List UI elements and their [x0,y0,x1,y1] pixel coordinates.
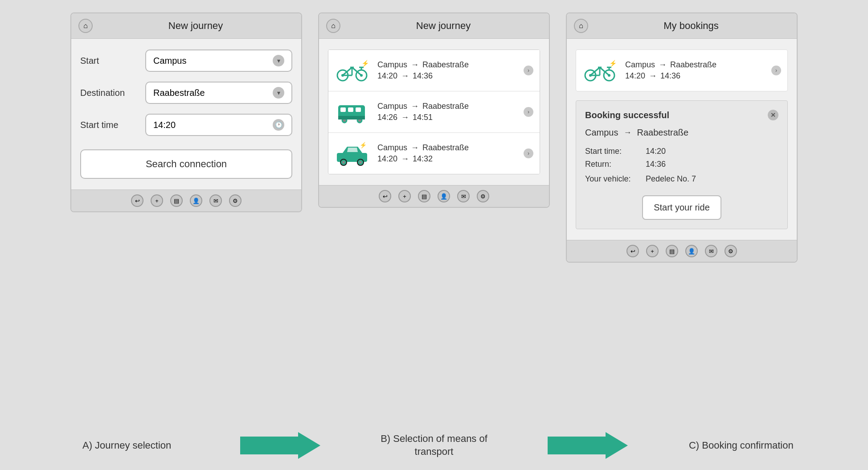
booking-card-close-button[interactable]: ✕ [768,110,778,120]
footer-menu-icon-c[interactable]: ▤ [666,245,678,257]
destination-value: Raabestraße [153,88,205,98]
booking-vehicle-row: Your vehicle: Pedelec No. 7 [585,174,778,184]
transport-list: ⚡ Campus → Raabestraße 14:20 → [328,49,540,174]
home-icon-b[interactable]: ⌂ [326,19,340,33]
transport-item-bike[interactable]: ⚡ Campus → Raabestraße 14:20 → [328,50,540,91]
home-icon-c[interactable]: ⌂ [574,19,588,33]
footer-back-icon-c[interactable]: ↩ [626,245,639,257]
start-select[interactable]: Campus ▾ [145,49,292,72]
screen-c-header: ⌂ My bookings [567,13,797,39]
start-label: Start [80,56,138,66]
booking-starttime-label: Start time: [585,147,639,156]
arrow-bc-icon [548,432,628,459]
bus-route-info: Campus → Raabestraße 14:26 → 14:51 [370,102,524,122]
booking-card-to: Raabestraße [637,128,688,138]
bike-arrow: → [411,60,419,70]
booking-starttime-value: 14:20 [646,147,666,156]
footer-menu-icon-a[interactable]: ▤ [170,194,183,207]
footer-add-icon-c[interactable]: + [646,245,659,257]
car-route-info: Campus → Raabestraße 14:20 → 14:32 [370,143,524,164]
start-value: Campus [153,56,186,66]
car-dep: 14:20 [377,154,397,164]
starttime-label: Start time [80,120,138,130]
svg-rect-15 [356,107,361,112]
screen-b-footer: ↩ + ▤ 👤 ✉ ⚙ [319,185,549,207]
footer-back-icon-b[interactable]: ↩ [379,190,391,202]
screen-c-body: ⚡ Campus → Raabestraße 14:20 → 14:36 [567,39,797,240]
label-b-section: B) Selection of means of transport [320,433,547,458]
footer-mail-icon-a[interactable]: ✉ [209,194,222,207]
booking-header-route-info: Campus → Raabestraße 14:20 → 14:36 [618,60,771,81]
destination-chevron-icon: ▾ [273,87,284,99]
screen-a-title: New journey [97,20,294,32]
booking-header-route: Campus → Raabestraße [625,60,771,70]
booking-card-from: Campus [585,128,618,138]
screen-a: ⌂ New journey Start Campus ▾ Destination… [70,12,302,212]
booking-header-arrow: → [659,60,667,70]
screen-b: ⌂ New journey [318,12,550,208]
destination-select[interactable]: Raabestraße ▾ [145,82,292,104]
label-a-section: A) Journey selection [13,439,240,452]
screen-a-header: ⌂ New journey [71,13,301,39]
bus-icon [335,99,370,125]
footer-mail-icon-b[interactable]: ✉ [457,190,470,202]
footer-back-icon-a[interactable]: ↩ [131,194,143,207]
bike-chevron-right-icon: › [524,66,533,75]
booking-card-arrow: → [623,128,631,137]
svg-text:⚡: ⚡ [360,141,367,149]
starttime-clock-icon: 🕐 [273,119,284,131]
destination-label: Destination [80,88,138,98]
footer-settings-icon-a[interactable]: ⚙ [229,194,242,207]
footer-settings-icon-c[interactable]: ⚙ [725,245,737,257]
footer-settings-icon-b[interactable]: ⚙ [477,190,489,202]
bottom-labels-row: A) Journey selection B) Selection of mea… [0,421,868,470]
bike-route: Campus → Raabestraße [377,60,524,70]
footer-mail-icon-c[interactable]: ✉ [705,245,717,257]
bus-arrow: → [411,102,419,111]
booking-return-row: Return: 14:36 [585,160,778,169]
booking-header-arr: 14:36 [660,71,680,81]
home-icon-a[interactable]: ⌂ [78,19,93,33]
arrow-ab-head [298,432,320,459]
bike-from: Campus [377,60,407,70]
car-icon: ⚡ [335,140,370,167]
screen-a-footer: ↩ + ▤ 👤 ✉ ⚙ [71,190,301,211]
booking-starttime-row: Start time: 14:20 [585,147,778,156]
transport-item-bus[interactable]: Campus → Raabestraße 14:26 → 14:51 › [328,91,540,133]
bus-dep: 14:26 [377,113,397,122]
bike-dep: 14:20 [377,71,397,81]
screen-b-title: New journey [345,20,542,32]
label-c-section: C) Booking confirmation [628,439,855,452]
main-wrapper: ⌂ New journey Start Campus ▾ Destination… [0,0,868,470]
footer-add-icon-a[interactable]: + [151,194,163,207]
booking-header-from: Campus [625,60,655,70]
bike-icon: ⚡ [335,57,370,84]
label-c: C) Booking confirmation [689,439,794,452]
search-connection-button[interactable]: Search connection [80,149,292,179]
car-from: Campus [377,143,407,153]
screen-c-title: My bookings [593,20,790,32]
booking-header-to: Raabestraße [670,60,717,70]
booking-card-title-text: Booking successful [585,110,669,120]
footer-user-icon-b[interactable]: 👤 [438,190,450,202]
booking-card: Booking successful ✕ Campus → Raabestraß… [576,100,788,229]
car-arrow: → [411,143,419,153]
bus-chevron-right-icon: › [524,107,533,117]
svg-rect-20 [338,116,365,120]
booking-header-dep: 14:20 [625,71,645,81]
bus-arr: 14:51 [413,113,433,122]
starttime-select[interactable]: 14:20 🕐 [145,114,292,136]
svg-text:⚡: ⚡ [361,60,369,67]
footer-add-icon-b[interactable]: + [398,190,411,202]
booking-return-value: 14:36 [646,160,666,169]
start-ride-button[interactable]: Start your ride [642,195,721,220]
bike-times: 14:20 → 14:36 [377,71,524,81]
booking-header-item[interactable]: ⚡ Campus → Raabestraße 14:20 → 14:36 [576,49,788,91]
footer-user-icon-a[interactable]: 👤 [190,194,202,207]
booking-bike-icon: ⚡ [582,57,618,84]
footer-menu-icon-b[interactable]: ▤ [418,190,430,202]
transport-item-car[interactable]: ⚡ Campus → Raabestraße 14:20 → [328,133,540,174]
booking-vehicle-label: Your vehicle: [585,174,639,184]
label-a: A) Journey selection [82,439,171,452]
footer-user-icon-c[interactable]: 👤 [685,245,698,257]
